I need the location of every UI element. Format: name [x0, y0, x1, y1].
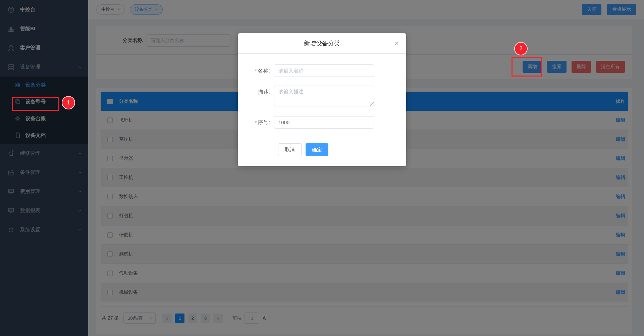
name-field-row: *名称: [245, 64, 399, 77]
cancel-button[interactable]: 取消 [278, 143, 302, 156]
add-category-modal: 新增设备分类 × *名称: 描述: *序号: 取消 确定 [238, 33, 406, 166]
confirm-button[interactable]: 确定 [306, 143, 328, 156]
serial-input[interactable] [274, 116, 374, 129]
serial-label: *序号: [245, 116, 274, 129]
name-input[interactable] [274, 64, 374, 77]
required-asterisk: * [255, 68, 257, 74]
close-icon[interactable]: × [393, 39, 400, 48]
required-asterisk: * [255, 120, 257, 125]
description-field-row: 描述: [245, 86, 399, 108]
serial-field-row: *序号: [245, 116, 399, 129]
description-label: 描述: [245, 86, 274, 108]
modal-title: 新增设备分类 [304, 39, 340, 47]
description-textarea[interactable] [274, 86, 374, 106]
name-label: *名称: [245, 64, 274, 77]
